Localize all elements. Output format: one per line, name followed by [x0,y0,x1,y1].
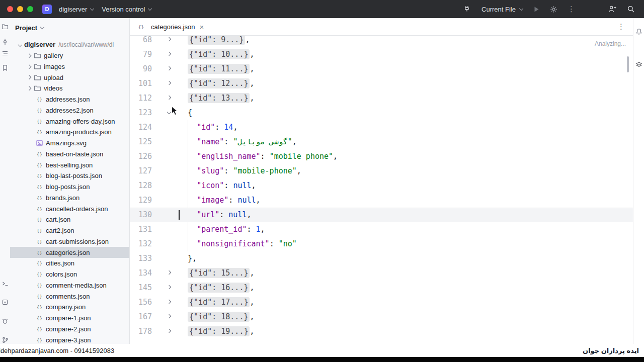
code-line-129[interactable]: 129 "image": null, [130,193,633,208]
code-line-123[interactable]: 123 { [130,106,633,120]
tree-item-amazing-offers-day-json[interactable]: {}amazing-offers-day.json [10,116,129,127]
project-panel-header[interactable]: Project [12,23,47,33]
tab-categories-json[interactable]: {} categories.json × [130,18,210,35]
chevron-right-icon[interactable] [25,87,33,90]
chevron-down-icon[interactable] [16,43,24,46]
code-line-127[interactable]: 127 "slug": "mobile-phone", [130,164,633,178]
zoom-window-button[interactable] [27,6,33,12]
tree-item-digiserver[interactable]: digiserver/usr/local/var/www/di [10,39,129,50]
code-line-124[interactable]: 124 "id": 14, [130,120,633,135]
tree-item-addresses-json[interactable]: {}addresses.json [10,94,129,105]
code-line-167[interactable]: 167 {"id": 18...}, [130,310,633,324]
fold-expand-icon[interactable] [167,329,171,333]
vcs-menu[interactable]: Version control [98,4,155,15]
tree-item-company-json[interactable]: {}company.json [10,302,129,313]
code-line-125[interactable]: 125 "name": "گوشی موبایل", [130,135,633,149]
tree-item-amazing-products-json[interactable]: {}amazing-products.json [10,127,129,138]
fold-expand-icon[interactable] [167,37,171,41]
fold-expand-icon[interactable] [167,66,171,70]
run-button[interactable] [533,6,540,13]
fold-expand-icon[interactable] [167,270,171,275]
minimize-window-button[interactable] [17,6,23,12]
tree-item-cart2-json[interactable]: {}cart2.json [10,225,129,236]
tree-item-categories-json[interactable]: {}categories.json [10,247,129,258]
code-line-178[interactable]: 178 {"id": 19...}, [130,324,633,339]
code-line-133[interactable]: 133 }, [130,251,633,266]
tree-item-based-on-taste-json[interactable]: {}based-on-taste.json [10,149,129,160]
folded-region-chip[interactable]: {"id": 10...} [188,49,250,59]
tree-item-blog-posts-json[interactable]: {}blog-posts.json [10,182,129,193]
code-line-90[interactable]: 90 {"id": 11...}, [130,62,633,76]
code-line-131[interactable]: 131 "parent_id": 1, [130,222,633,237]
project-tool-icon[interactable] [2,23,9,30]
project-menu[interactable]: digiserver [55,4,98,15]
tree-item-cart-json[interactable]: {}cart.json [10,214,129,225]
run-config-selector[interactable]: Current File [481,6,523,13]
notifications-bell-icon[interactable] [635,28,642,35]
folded-region-chip[interactable]: {"id": 12...} [188,78,250,88]
folded-region-chip[interactable]: {"id": 16...} [188,283,250,293]
folded-region-chip[interactable]: {"id": 19...} [188,326,250,336]
tree-item-cancelled-orders-json[interactable]: {}cancelled-orders.json [10,203,129,214]
chevron-right-icon[interactable] [25,65,33,68]
fold-expand-icon[interactable] [167,96,171,100]
database-tool-icon[interactable] [635,61,642,68]
tree-item-amazings-svg[interactable]: Amazings.svg [10,138,129,149]
tree-item-compare-3-json[interactable]: {}compare-3.json [10,334,129,344]
fold-expand-icon[interactable] [167,314,171,318]
tree-item-addresses2-json[interactable]: {}addresses2.json [10,105,129,116]
fold-expand-icon[interactable] [167,285,171,289]
tree-item-comment-media-json[interactable]: {}comment-media.json [10,280,129,291]
code-line-112[interactable]: 112 {"id": 13...}, [130,91,633,106]
services-tool-icon[interactable] [2,299,9,306]
code-line-101[interactable]: 101 {"id": 12...}, [130,76,633,91]
tree-item-cart-submissions-json[interactable]: {}cart-submissions.json [10,236,129,247]
chevron-right-icon[interactable] [25,54,33,57]
bookmarks-tool-icon[interactable] [2,64,9,71]
tree-item-compare-1-json[interactable]: {}compare-1.json [10,313,129,324]
code-line-156[interactable]: 156 {"id": 17...}, [130,295,633,310]
ai-assistant-icon[interactable] [635,43,642,50]
fold-expand-icon[interactable] [167,52,171,56]
editor-scrollbar[interactable] [627,56,629,72]
tree-item-videos[interactable]: videos [10,83,129,94]
code-line-126[interactable]: 126 "english_name": "mobile phone", [130,149,633,164]
editor[interactable]: 68 {"id": 9...},79 {"id": 10...},90 {"id… [130,18,633,344]
tree-item-cities-json[interactable]: {}cities.json [10,258,129,269]
code-line-130[interactable]: 130 "url": null, [130,208,633,222]
folded-region-chip[interactable]: {"id": 13...} [188,93,250,103]
tree-item-gallery[interactable]: gallery [10,50,129,61]
tree-item-brands-json[interactable]: {}brands.json [10,193,129,204]
search-everywhere-icon[interactable] [627,5,635,13]
fold-collapse-icon[interactable] [167,110,171,114]
tree-item-images[interactable]: images [10,61,129,72]
commit-tool-icon[interactable] [2,38,9,45]
code-line-145[interactable]: 145 {"id": 16...}, [130,281,633,295]
close-window-button[interactable] [7,6,13,12]
code-line-79[interactable]: 79 {"id": 10...}, [130,47,633,62]
folded-region-chip[interactable]: {"id": 18...} [188,312,250,322]
tree-item-compare-2-json[interactable]: {}compare-2.json [10,324,129,335]
plug-icon[interactable] [463,5,471,13]
close-tab-icon[interactable]: × [199,23,204,31]
settings-gear-icon[interactable] [550,6,557,13]
problems-tool-icon[interactable] [2,318,9,325]
more-actions-icon[interactable]: ⋮ [568,5,575,14]
code-line-132[interactable]: 132 "nonsignificant": "no" [130,237,633,251]
editor-options-icon[interactable]: ⋮ [617,22,625,31]
structure-tool-icon[interactable] [2,50,9,57]
tree-item-upload[interactable]: upload [10,72,129,83]
terminal-tool-icon[interactable] [2,280,9,287]
tree-item-best-selling-json[interactable]: {}best-selling.json [10,159,129,170]
tree-item-blog-last-posts-json[interactable]: {}blog-last-posts.json [10,170,129,182]
fold-expand-icon[interactable] [167,300,171,304]
code-line-128[interactable]: 128 "icon": null, [130,178,633,193]
tree-item-comments-json[interactable]: {}comments.json [10,291,129,302]
chevron-right-icon[interactable] [25,76,33,79]
fold-expand-icon[interactable] [167,81,171,85]
tree-item-colors-json[interactable]: {}colors.json [10,269,129,280]
folded-region-chip[interactable]: {"id": 11...} [188,64,250,74]
folded-region-chip[interactable]: {"id": 15...} [188,268,250,278]
folded-region-chip[interactable]: {"id": 9...} [188,35,245,45]
code-line-134[interactable]: 134 {"id": 15...}, [130,266,633,281]
